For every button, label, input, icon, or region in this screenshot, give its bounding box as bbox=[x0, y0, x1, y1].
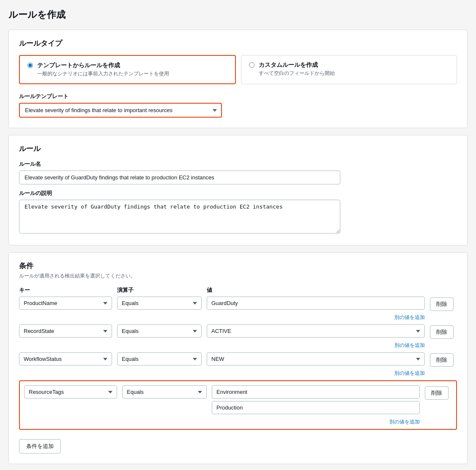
op-select-2[interactable]: Equals bbox=[117, 324, 202, 338]
rule-name-input[interactable] bbox=[19, 170, 340, 184]
custom-option[interactable]: カスタムルールを作成 すべて空白のフィールドから開始 bbox=[241, 55, 457, 84]
delete-btn-2[interactable]: 削除 bbox=[430, 325, 454, 339]
value-input-1[interactable] bbox=[207, 297, 425, 310]
value-input-4a[interactable] bbox=[212, 385, 420, 399]
delete-btn-4[interactable]: 削除 bbox=[425, 386, 449, 400]
key-select-2[interactable]: RecordState bbox=[19, 324, 112, 338]
custom-option-sublabel: すべて空白のフィールドから開始 bbox=[259, 70, 335, 77]
template-option-label: テンプレートからルールを作成 bbox=[37, 62, 169, 69]
value-select-2[interactable]: ACTIVE bbox=[207, 324, 425, 338]
rule-name-label: ルール名 bbox=[19, 160, 457, 168]
rule-card: ルール ルール名 ルールの説明 Elevate severity of Guar… bbox=[8, 135, 468, 245]
template-option-sublabel: 一般的なシナリオには事前入力されたテンプレートを使用 bbox=[37, 70, 169, 77]
operator-col-label: 演算子 bbox=[117, 286, 202, 294]
value-select-3[interactable]: NEW bbox=[207, 352, 425, 366]
conditions-title: 条件 bbox=[19, 261, 457, 271]
template-radio[interactable] bbox=[27, 63, 33, 68]
conditions-header: キー 演算子 値 bbox=[19, 286, 457, 294]
rule-desc-label: ルールの説明 bbox=[19, 190, 457, 197]
condition-row-3: WorkflowStatus Equals NEW 別の値を追加 削除 bbox=[19, 352, 457, 377]
key-select-4[interactable]: ResourceTags bbox=[24, 385, 117, 399]
template-select-wrapper: Elevate severity of findings that relate… bbox=[19, 103, 222, 118]
op-select-1[interactable]: Equals bbox=[117, 297, 202, 310]
add-value-link-3[interactable]: 別の値を追加 bbox=[207, 370, 425, 377]
page-title: ルールを作成 bbox=[8, 8, 468, 21]
add-value-link-2[interactable]: 別の値を追加 bbox=[207, 342, 425, 349]
value-col-label: 値 bbox=[207, 286, 425, 294]
key-col-label: キー bbox=[19, 286, 112, 294]
op-select-4[interactable]: Equals bbox=[122, 385, 207, 399]
op-select-3[interactable]: Equals bbox=[117, 352, 202, 366]
template-field-label: ルールテンプレート bbox=[19, 93, 457, 100]
rule-section-title: ルール bbox=[19, 144, 457, 154]
condition-row-4-highlighted: ResourceTags Equals 別の値を追加 削除 bbox=[19, 380, 457, 430]
key-select-1[interactable]: ProductName bbox=[19, 297, 112, 310]
add-value-link-4[interactable]: 別の値を追加 bbox=[212, 418, 420, 426]
rule-type-title: ルールタイプ bbox=[19, 38, 457, 48]
custom-radio[interactable] bbox=[249, 62, 254, 68]
add-value-link-1[interactable]: 別の値を追加 bbox=[207, 314, 425, 321]
custom-option-label: カスタムルールを作成 bbox=[259, 61, 335, 69]
rule-type-card: ルールタイプ テンプレートからルールを作成 一般的なシナリオには事前入力されたテ… bbox=[8, 30, 468, 128]
template-select[interactable]: Elevate severity of findings that relate… bbox=[20, 104, 221, 117]
value-input-4b[interactable] bbox=[212, 401, 420, 414]
condition-row-2: RecordState Equals ACTIVE 別の値を追加 削除 bbox=[19, 324, 457, 349]
rule-type-radio-row: テンプレートからルールを作成 一般的なシナリオには事前入力されたテンプレートを使… bbox=[19, 55, 457, 84]
conditions-sub: ルールが適用される検出結果を選択してください。 bbox=[19, 272, 457, 280]
condition-row-1: ProductName Equals 別の値を追加 削除 bbox=[19, 297, 457, 321]
key-select-3[interactable]: WorkflowStatus bbox=[19, 352, 112, 366]
conditions-card: 条件 ルールが適用される検出結果を選択してください。 キー 演算子 値 Prod… bbox=[8, 252, 468, 464]
delete-btn-3[interactable]: 削除 bbox=[430, 353, 454, 367]
delete-btn-1[interactable]: 削除 bbox=[430, 297, 454, 311]
add-condition-btn[interactable]: 条件を追加 bbox=[19, 439, 61, 454]
template-option[interactable]: テンプレートからルールを作成 一般的なシナリオには事前入力されたテンプレートを使… bbox=[19, 55, 236, 84]
rule-desc-textarea[interactable]: Elevate severity of GuardDuty findings t… bbox=[19, 200, 340, 234]
